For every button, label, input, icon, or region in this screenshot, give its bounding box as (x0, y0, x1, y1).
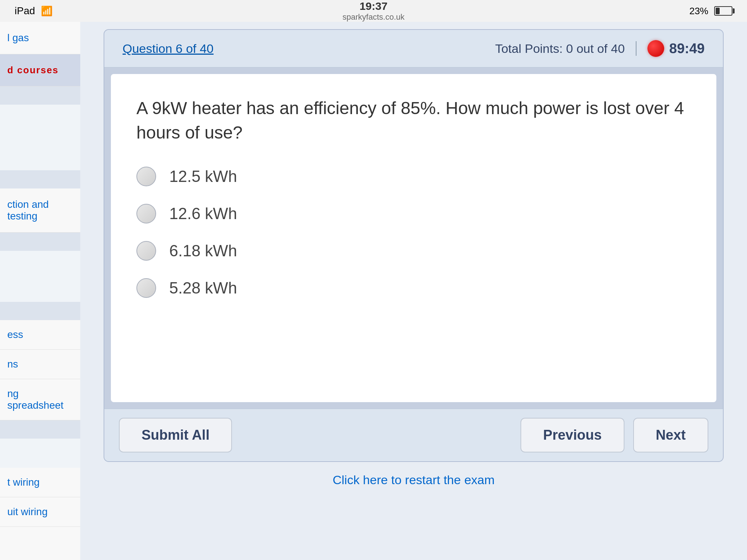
sidebar-item-wiring1[interactable]: t wiring (0, 468, 80, 497)
quiz-container: Question 6 of 40 Total Points: 0 out of … (104, 29, 724, 462)
answer-label-3: 6.18 kWh (169, 242, 237, 260)
site-label: 19:37 sparkyfacts.co.uk (342, 0, 405, 22)
battery-icon (714, 6, 732, 16)
answer-label-4: 5.28 kWh (169, 279, 237, 297)
header-divider (636, 41, 636, 56)
previous-button[interactable]: Previous (520, 418, 624, 452)
sidebar-item-inspection[interactable]: ction and testing (0, 188, 80, 233)
sidebar: l gas d courses ction and testing ess ns… (0, 22, 80, 560)
site-url: sparkyfacts.co.uk (342, 12, 405, 22)
main-content: Question 6 of 40 Total Points: 0 out of … (80, 22, 747, 560)
restart-exam-link[interactable]: Click here to restart the exam (333, 473, 495, 487)
sidebar-divider-5 (0, 420, 80, 439)
device-label: iPad (15, 5, 35, 17)
sidebar-item-spreadsheet[interactable]: ng spreadsheet (0, 379, 80, 420)
answer-options: 12.5 kWh 12.6 kWh 6.18 kWh 5.28 kWh (136, 167, 691, 298)
answer-label-1: 12.5 kWh (169, 167, 237, 186)
sidebar-spacer-3 (0, 439, 80, 468)
radio-button-2[interactable] (136, 204, 156, 223)
status-right: 23% (689, 5, 732, 17)
quiz-header: Question 6 of 40 Total Points: 0 out of … (104, 30, 723, 67)
sidebar-item-gas[interactable]: l gas (0, 22, 80, 54)
answer-label-2: 12.6 kWh (169, 205, 237, 223)
sidebar-spacer-1 (0, 105, 80, 170)
sidebar-spacer-2 (0, 251, 80, 302)
timer-display: 89:49 (669, 41, 705, 57)
sidebar-divider-3 (0, 233, 80, 251)
radio-button-4[interactable] (136, 278, 156, 298)
sidebar-divider-4 (0, 302, 80, 320)
answer-option-3[interactable]: 6.18 kWh (136, 241, 691, 261)
sidebar-item-ns[interactable]: ns (0, 350, 80, 379)
sidebar-divider-1 (0, 86, 80, 105)
timer-recording-icon (647, 40, 664, 57)
quiz-body: A 9kW heater has an efficiency of 85%. H… (111, 74, 716, 402)
wifi-icon: 📶 (41, 5, 53, 17)
submit-all-button[interactable]: Submit All (119, 418, 232, 452)
answer-option-2[interactable]: 12.6 kWh (136, 204, 691, 223)
radio-button-3[interactable] (136, 241, 156, 261)
status-time: 19:37 (342, 0, 405, 12)
sidebar-item-wiring2[interactable]: uit wiring (0, 497, 80, 527)
quiz-footer: Submit All Previous Next (104, 409, 723, 461)
sidebar-item-courses[interactable]: d courses (0, 54, 80, 86)
answer-option-4[interactable]: 5.28 kWh (136, 278, 691, 298)
radio-button-1[interactable] (136, 167, 156, 186)
status-bar: iPad 📶 19:37 sparkyfacts.co.uk 23% (0, 0, 747, 22)
footer-nav-buttons: Previous Next (520, 418, 708, 452)
next-button[interactable]: Next (633, 418, 708, 452)
total-points: Total Points: 0 out of 40 (495, 42, 624, 56)
sidebar-item-ess[interactable]: ess (0, 320, 80, 350)
answer-option-1[interactable]: 12.5 kWh (136, 167, 691, 186)
timer-badge: 89:49 (647, 40, 705, 57)
battery-percent: 23% (689, 5, 708, 17)
question-text: A 9kW heater has an efficiency of 85%. H… (136, 96, 691, 145)
question-counter[interactable]: Question 6 of 40 (123, 42, 214, 56)
quiz-header-right: Total Points: 0 out of 40 89:49 (495, 40, 705, 57)
sidebar-divider-2 (0, 170, 80, 188)
